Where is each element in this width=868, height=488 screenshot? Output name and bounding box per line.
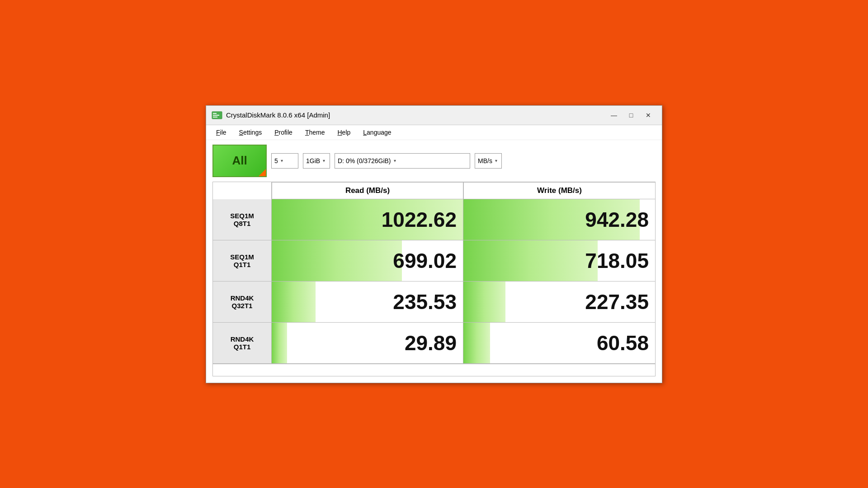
menu-language[interactable]: Language xyxy=(357,127,397,138)
title-bar: CrystalDiskMark 8.0.6 x64 [Admin] — □ ✕ xyxy=(206,106,662,125)
table-header: Read (MB/s) Write (MB/s) xyxy=(213,182,655,199)
row-label-seq1m-q1t1: SEQ1M Q1T1 xyxy=(213,240,272,281)
svg-rect-3 xyxy=(213,117,217,117)
header-read: Read (MB/s) xyxy=(272,182,463,199)
menu-profile[interactable]: Profile xyxy=(268,127,299,138)
menu-settings[interactable]: Settings xyxy=(233,127,269,138)
status-bar xyxy=(212,364,656,376)
window-controls: — □ ✕ xyxy=(606,109,656,121)
drive-select[interactable]: D: 0% (0/3726GiB) ▾ xyxy=(335,153,470,169)
drive-arrow-icon: ▾ xyxy=(394,158,396,163)
close-button[interactable]: ✕ xyxy=(640,109,656,121)
menu-file[interactable]: File xyxy=(210,127,233,138)
header-write: Write (MB/s) xyxy=(463,182,655,199)
write-value-seq1m-q1t1: 718.05 xyxy=(463,240,655,281)
write-value-seq1m-q8t1: 942.28 xyxy=(463,199,655,240)
read-bar xyxy=(272,240,402,281)
table-row: RND4K Q32T1 235.53 227.35 xyxy=(213,282,655,323)
write-bar xyxy=(463,323,490,363)
maximize-button[interactable]: □ xyxy=(623,109,639,121)
results-table: Read (MB/s) Write (MB/s) SEQ1M Q8T1 1022… xyxy=(212,182,656,364)
read-value-rnd4k-q32t1: 235.53 xyxy=(272,282,463,322)
window-title: CrystalDiskMark 8.0.6 x64 [Admin] xyxy=(226,111,602,119)
header-empty xyxy=(213,182,272,199)
menu-theme[interactable]: Theme xyxy=(299,127,331,138)
write-bar xyxy=(463,240,598,281)
size-arrow-icon: ▾ xyxy=(323,158,325,163)
read-value-seq1m-q1t1: 699.02 xyxy=(272,240,463,281)
row-label-rnd4k-q1t1: RND4K Q1T1 xyxy=(213,323,272,363)
size-select[interactable]: 1GiB ▾ xyxy=(303,153,330,169)
read-bar xyxy=(272,323,287,363)
menu-bar: File Settings Profile Theme Help Languag… xyxy=(206,125,662,140)
row-label-seq1m-q8t1: SEQ1M Q8T1 xyxy=(213,199,272,240)
table-row: SEQ1M Q1T1 699.02 718.05 xyxy=(213,240,655,282)
write-value-rnd4k-q32t1: 227.35 xyxy=(463,282,655,322)
all-button[interactable]: All xyxy=(212,145,267,177)
svg-rect-1 xyxy=(213,113,217,114)
runs-arrow-icon: ▾ xyxy=(281,158,283,163)
unit-arrow-icon: ▾ xyxy=(495,158,497,163)
unit-select[interactable]: MB/s ▾ xyxy=(475,153,502,169)
runs-select[interactable]: 5 ▾ xyxy=(271,153,298,169)
row-label-rnd4k-q32t1: RND4K Q32T1 xyxy=(213,282,272,322)
write-bar xyxy=(463,282,505,322)
svg-rect-2 xyxy=(213,115,219,116)
main-window: CrystalDiskMark 8.0.6 x64 [Admin] — □ ✕ … xyxy=(206,105,662,383)
table-row: RND4K Q1T1 29.89 60.58 xyxy=(213,323,655,363)
minimize-button[interactable]: — xyxy=(606,109,622,121)
menu-help[interactable]: Help xyxy=(331,127,357,138)
toolbar: All 5 ▾ 1GiB ▾ D: 0% (0/3726GiB) ▾ MB/s … xyxy=(206,140,662,182)
table-row: SEQ1M Q8T1 1022.62 942.28 xyxy=(213,199,655,240)
read-value-seq1m-q8t1: 1022.62 xyxy=(272,199,463,240)
write-value-rnd4k-q1t1: 60.58 xyxy=(463,323,655,363)
read-value-rnd4k-q1t1: 29.89 xyxy=(272,323,463,363)
read-bar xyxy=(272,282,316,322)
app-icon xyxy=(212,110,222,121)
